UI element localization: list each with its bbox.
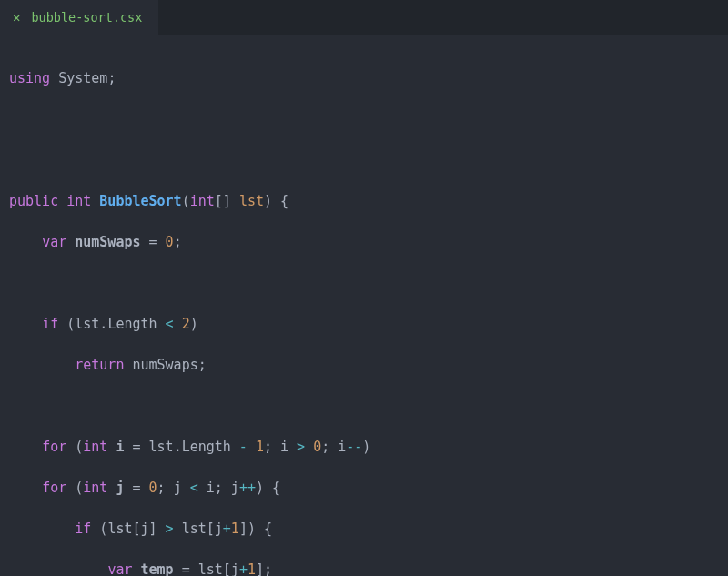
tab-label: bubble-sort.csx bbox=[31, 10, 142, 25]
tab-bar: ✕ bubble-sort.csx bbox=[0, 0, 728, 35]
code-line: var temp = lst[j+1]; bbox=[9, 560, 719, 577]
code-line bbox=[9, 150, 719, 171]
close-icon[interactable]: ✕ bbox=[13, 11, 20, 24]
code-line: if (lst[j] > lst[j+1]) { bbox=[9, 519, 719, 540]
code-line: for (int j = 0; j < i; j++) { bbox=[9, 478, 719, 499]
code-line bbox=[9, 109, 719, 130]
code-line: return numSwaps; bbox=[9, 355, 719, 376]
code-line bbox=[9, 396, 719, 417]
code-line: using System; bbox=[9, 68, 719, 89]
tab-bubble-sort[interactable]: ✕ bubble-sort.csx bbox=[0, 0, 158, 35]
code-line: public int BubbleSort(int[] lst) { bbox=[9, 191, 719, 212]
code-line bbox=[9, 273, 719, 294]
code-line: var numSwaps = 0; bbox=[9, 232, 719, 253]
code-editor[interactable]: using System; public int BubbleSort(int[… bbox=[0, 35, 728, 576]
code-line: for (int i = lst.Length - 1; i > 0; i--) bbox=[9, 437, 719, 458]
code-line: if (lst.Length < 2) bbox=[9, 314, 719, 335]
